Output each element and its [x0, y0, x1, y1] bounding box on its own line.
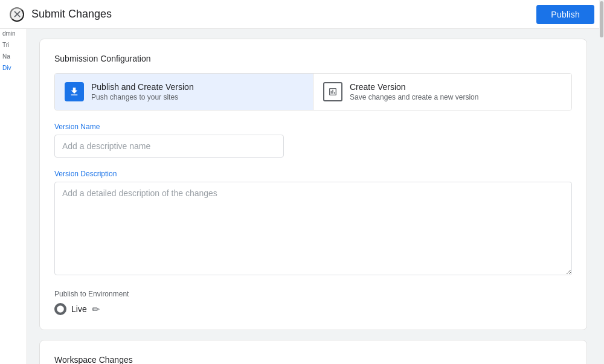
version-name-input[interactable]: [54, 135, 284, 158]
env-section-label: Publish to Environment: [54, 290, 572, 298]
sidebar-item-6[interactable]: Div: [0, 62, 27, 74]
scrollbar-thumb[interactable]: [600, 1, 603, 37]
sidebar-item-5: Na: [0, 51, 27, 62]
publish-create-desc: Push changes to your sites: [91, 93, 194, 101]
top-bar: ✕ Submit Changes Publish: [0, 0, 604, 29]
publish-create-option[interactable]: Publish and Create Version Push changes …: [55, 74, 313, 110]
close-button[interactable]: ✕: [10, 7, 24, 22]
version-name-group: Version Name: [54, 123, 572, 158]
version-desc-input[interactable]: [54, 182, 572, 275]
env-section: Publish to Environment Live ✏: [54, 290, 572, 315]
publish-create-label: Publish and Create Version: [91, 82, 194, 92]
env-icon: [54, 303, 66, 315]
edit-env-icon[interactable]: ✏: [92, 304, 100, 315]
env-name: Live: [71, 304, 87, 314]
sidebar-item-3: dmin: [0, 28, 27, 39]
sidebar: All ac new dmin Tri Na Div: [0, 0, 27, 364]
scrollbar[interactable]: [599, 0, 604, 364]
submission-options: Publish and Create Version Push changes …: [54, 73, 572, 110]
version-desc-label: Version Description: [54, 170, 572, 178]
dialog-title: Submit Changes: [31, 8, 536, 21]
workspace-changes-title: Workspace Changes: [54, 355, 572, 364]
env-row: Live ✏: [54, 303, 572, 315]
create-version-label: Create Version: [350, 82, 478, 92]
publish-icon-container: [65, 82, 84, 101]
publish-icon: [65, 82, 84, 101]
version-name-label: Version Name: [54, 123, 572, 131]
svg-point-0: [57, 305, 64, 313]
publish-create-text: Publish and Create Version Push changes …: [91, 82, 194, 101]
submission-config-card: Submission Configuration Publish and Cre…: [39, 39, 587, 330]
sidebar-item-4: Tri: [0, 39, 27, 51]
publish-button[interactable]: Publish: [536, 5, 594, 24]
workspace-changes-card: Workspace Changes Name ↑ Type Change Las…: [39, 340, 587, 364]
version-desc-group: Version Description: [54, 170, 572, 278]
create-icon-container: [323, 82, 342, 101]
create-version-text: Create Version Save changes and create a…: [350, 82, 478, 101]
create-icon: [323, 82, 342, 101]
create-version-option[interactable]: Create Version Save changes and create a…: [313, 74, 571, 110]
create-version-desc: Save changes and create a new version: [350, 93, 478, 101]
main-content: Submission Configuration Publish and Cre…: [27, 29, 599, 364]
submission-config-title: Submission Configuration: [54, 54, 572, 63]
